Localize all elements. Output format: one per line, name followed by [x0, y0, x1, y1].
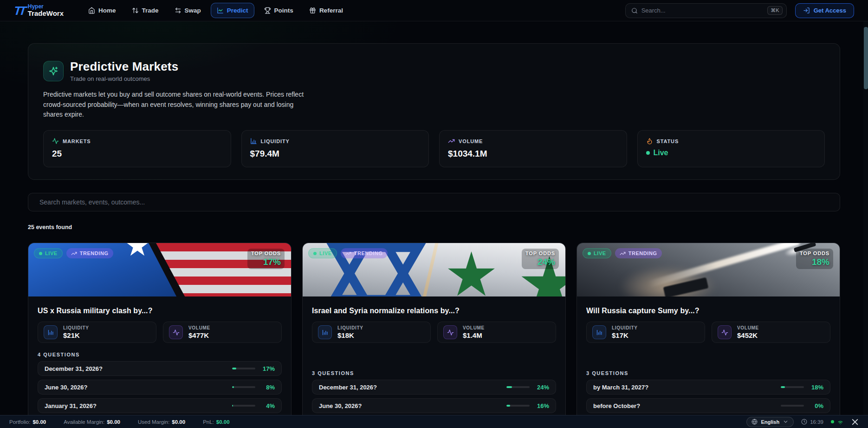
odds-value: 17%	[260, 365, 275, 372]
odds-bar	[232, 405, 255, 407]
home-icon	[88, 7, 95, 14]
line-chart-icon	[217, 7, 224, 14]
odds-value: 0%	[809, 402, 823, 409]
bar-chart-icon	[44, 325, 58, 339]
liquidity-chip: LIQUIDITY$21K	[38, 322, 156, 343]
globe-icon	[751, 419, 758, 425]
volume-value: $452K	[737, 331, 759, 339]
question-row[interactable]: June 30, 2026? 16%	[312, 398, 556, 413]
odds-bar	[781, 386, 804, 388]
live-badge: LIVE	[308, 248, 337, 258]
arrows-up-down-icon	[132, 7, 139, 14]
scrollbar-thumb[interactable]	[864, 27, 868, 89]
hero-panel: Predictive Markets Trade on real-world o…	[28, 43, 840, 180]
event-card-israel-syria[interactable]: LIVE TRENDING TOP ODDS 24% Israel and Sy…	[302, 243, 566, 415]
liquidity-value: $21K	[63, 331, 89, 339]
trending-up-icon	[448, 138, 455, 145]
question-row[interactable]: December 31, 2026? 24%	[312, 380, 556, 395]
get-access-button[interactable]: Get Access	[795, 3, 854, 18]
activity-icon	[169, 325, 183, 339]
nav-item-referral[interactable]: Referral	[303, 3, 349, 18]
event-title: US x Russia military clash by...?	[38, 307, 282, 315]
liquidity-chip: LIQUIDITY$18K	[312, 322, 431, 343]
activity-icon	[718, 325, 732, 339]
hero-stats: MARKETS 25 LIQUIDITY $79.4M VOLUME $1034…	[43, 130, 825, 167]
top-odds-value: 17%	[251, 257, 281, 267]
stat-value: $79.4M	[250, 149, 421, 159]
status-badge: Live	[646, 149, 816, 157]
market-search	[28, 193, 840, 211]
nav-item-swap[interactable]: Swap	[168, 3, 207, 18]
market-search-input[interactable]	[28, 193, 840, 211]
events-grid: LIVE TRENDING TOP ODDS 17% US x Russia m…	[28, 243, 840, 415]
navbar-search[interactable]: ⌘K	[625, 3, 787, 18]
x-social-icon[interactable]	[851, 418, 859, 426]
navbar-search-input[interactable]	[641, 7, 764, 14]
top-odds: TOP ODDS 24%	[522, 249, 559, 269]
questions-count: 3 QUESTIONS	[312, 370, 556, 376]
stat-card-status: STATUS Live	[637, 130, 825, 167]
event-title: Will Russia capture Sumy by...?	[586, 307, 830, 315]
page-title: Predictive Markets	[70, 59, 178, 74]
connection-dot-icon	[831, 420, 834, 423]
portfolio-stat: Portfolio:$0.00	[9, 419, 46, 425]
questions-section: 3 QUESTIONS December 31, 2026? 24% June …	[312, 370, 556, 415]
questions-count: 4 QUESTIONS	[38, 352, 282, 357]
questions-count: 3 QUESTIONS	[586, 370, 830, 376]
scrollbar-track[interactable]	[863, 21, 868, 415]
get-access-label: Get Access	[814, 7, 846, 14]
volume-chip: VOLUME$477K	[163, 322, 282, 343]
live-dot-icon	[646, 151, 650, 155]
status-bar: Portfolio:$0.00 Available Margin:$0.00 U…	[0, 415, 868, 428]
stat-card-markets: MARKETS 25	[43, 130, 231, 167]
brand[interactable]: TT Hyper TradeWorx	[14, 4, 64, 17]
trophy-icon	[264, 7, 271, 14]
language-selector[interactable]: English	[746, 417, 794, 427]
liquidity-value: $18K	[337, 331, 363, 339]
flame-icon	[646, 138, 653, 145]
stat-label: MARKETS	[63, 138, 91, 144]
trending-up-icon	[71, 250, 77, 257]
nav-label: Swap	[185, 7, 201, 14]
stat-card-liquidity: LIQUIDITY $79.4M	[241, 130, 429, 167]
nav-item-trade[interactable]: Trade	[126, 3, 165, 18]
volume-value: $1.4M	[463, 331, 485, 339]
nav-item-predict[interactable]: Predict	[211, 3, 254, 18]
flag-star-icon	[125, 243, 149, 258]
connection-status	[831, 418, 844, 425]
top-odds: TOP ODDS 17%	[247, 249, 285, 269]
clock: 16:39	[801, 419, 823, 425]
log-in-icon	[803, 7, 810, 14]
event-card-us-russia[interactable]: LIVE TRENDING TOP ODDS 17% US x Russia m…	[28, 243, 291, 415]
top-odds: TOP ODDS 18%	[796, 249, 833, 269]
event-image: LIVE TRENDING TOP ODDS 24%	[303, 243, 565, 296]
live-dot-icon	[39, 252, 42, 255]
nav-item-home[interactable]: Home	[82, 3, 122, 18]
results-count: 25 events found	[28, 224, 840, 230]
stat-value: 25	[52, 149, 222, 159]
question-row[interactable]: June 30, 2026? 8%	[38, 380, 282, 395]
nav-item-points[interactable]: Points	[258, 3, 299, 18]
gift-icon	[309, 7, 316, 14]
question-row[interactable]: January 31, 2026? 4%	[38, 398, 282, 413]
trending-up-icon	[345, 250, 351, 257]
nav-label: Trade	[142, 7, 159, 14]
liquidity-value: $17K	[612, 331, 638, 339]
question-row[interactable]: by March 31, 2027? 18%	[586, 380, 830, 395]
live-badge: LIVE	[34, 248, 63, 258]
odds-value: 24%	[534, 384, 549, 391]
main-nav: Home Trade Swap Predict Points Referral	[82, 3, 349, 18]
question-row[interactable]: December 31, 2026? 17%	[38, 361, 282, 376]
question-row[interactable]: before October? 0%	[586, 398, 830, 413]
questions-section: 4 QUESTIONS December 31, 2026? 17% June …	[38, 352, 282, 415]
hero-description: Predictive markets let you buy and sell …	[43, 90, 315, 120]
activity-icon	[443, 325, 457, 339]
top-odds-value: 18%	[800, 257, 829, 267]
bar-chart-icon	[592, 325, 606, 339]
event-card-russia-sumy[interactable]: LIVE TRENDING TOP ODDS 18% Will Russia c…	[577, 243, 840, 415]
nav-label: Predict	[227, 7, 248, 14]
top-odds-value: 24%	[525, 257, 555, 267]
navbar: TT Hyper TradeWorx Home Trade Swap Predi…	[0, 0, 868, 21]
odds-bar	[506, 386, 530, 388]
questions-section: 3 QUESTIONS by March 31, 2027? 18% befor…	[586, 370, 830, 415]
